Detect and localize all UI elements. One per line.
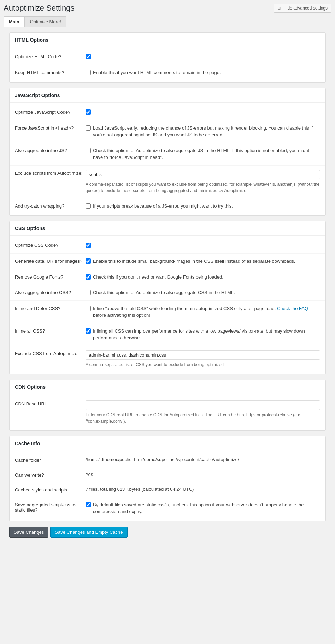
section-title-html-options: HTML Options bbox=[10, 33, 325, 47]
label-data-uris[interactable]: Enable this to include small background-… bbox=[86, 258, 320, 265]
section-title-cache-info: Cache Info bbox=[10, 436, 325, 451]
form-field-cdn-base-url: Enter your CDN root URL to enable CDN fo… bbox=[86, 400, 320, 424]
label-force-js-head[interactable]: Load JavaScript early, reducing the chan… bbox=[86, 125, 320, 138]
desc-exclude-css: A comma-separated list of CSS you want t… bbox=[86, 362, 320, 368]
label-inline-defer-css[interactable]: Inline "above the fold CSS" while loadin… bbox=[86, 305, 320, 319]
tab-optimize-more[interactable]: Optimize More! bbox=[25, 16, 66, 27]
section-cache-info: Cache InfoCache folder/home/idthemec/pub… bbox=[9, 436, 326, 521]
section-title-cdn-options: CDN Options bbox=[10, 380, 325, 394]
form-label-cdn-base-url: CDN Base URL bbox=[15, 400, 86, 406]
tab-content: HTML OptionsOptimize HTML Code?Keep HTML… bbox=[4, 27, 331, 543]
input-exclude-scripts[interactable] bbox=[86, 170, 320, 179]
form-label-inline-defer-css: Inline and Defer CSS? bbox=[15, 305, 86, 311]
label-save-as-static[interactable]: By default files saved are static css/js… bbox=[86, 501, 320, 515]
label-inline-all-css[interactable]: Inlining all CSS can improve performance… bbox=[86, 328, 320, 341]
checkbox-force-js-head[interactable] bbox=[86, 125, 91, 131]
form-label-force-js-head: Force JavaScript in <head>? bbox=[15, 125, 86, 131]
section-body-js-options: Optimize JavaScript Code?Force JavaScrip… bbox=[10, 103, 325, 216]
form-row-try-catch: Add try-catch wrapping?If your scripts b… bbox=[10, 198, 325, 214]
desc-aggregate-inline-css: Check this option for Autoptimize to als… bbox=[93, 289, 235, 296]
label-aggregate-inline-js[interactable]: Check this option for Autoptimize to als… bbox=[86, 147, 320, 161]
checkbox-optimize-css[interactable] bbox=[86, 243, 91, 248]
save-changes-button[interactable]: Save Changes bbox=[9, 527, 48, 538]
input-cdn-base-url[interactable] bbox=[86, 400, 320, 410]
form-field-aggregate-inline-css: Check this option for Autoptimize to als… bbox=[86, 289, 320, 296]
tab-main[interactable]: Main bbox=[4, 16, 25, 27]
label-keep-html-comments[interactable]: Enable this if you want HTML comments to… bbox=[86, 69, 320, 76]
form-field-optimize-css bbox=[86, 242, 320, 249]
form-row-inline-defer-css: Inline and Defer CSS?Inline "above the f… bbox=[10, 301, 325, 323]
checkbox-inline-defer-css[interactable] bbox=[86, 306, 91, 311]
form-label-remove-google-fonts: Remove Google Fonts? bbox=[15, 274, 86, 280]
form-field-cached-styles-scripts: 7 files, totalling 613 Kbytes (calculate… bbox=[86, 487, 320, 492]
page-header: Autoptimize Settings ⊞ Hide advanced set… bbox=[4, 4, 331, 13]
tabs: Main Optimize More! bbox=[4, 16, 331, 27]
form-label-exclude-scripts: Exclude scripts from Autoptimize: bbox=[15, 170, 86, 176]
static-cache-folder: /home/idthemec/public_html/demo/superfas… bbox=[86, 457, 320, 462]
checkbox-data-uris[interactable] bbox=[86, 258, 91, 264]
section-title-css-options: CSS Options bbox=[10, 221, 325, 236]
label-try-catch[interactable]: If your scripts break because of a JS-er… bbox=[86, 203, 320, 210]
section-css-options: CSS OptionsOptimize CSS Code?Generate da… bbox=[9, 221, 326, 374]
form-field-try-catch: If your scripts break because of a JS-er… bbox=[86, 203, 320, 210]
section-body-css-options: Optimize CSS Code?Generate data: URIs fo… bbox=[10, 236, 325, 374]
form-field-aggregate-inline-js: Check this option for Autoptimize to als… bbox=[86, 147, 320, 161]
checkbox-try-catch[interactable] bbox=[86, 203, 91, 209]
form-row-cached-styles-scripts: Cached styles and scripts7 files, totall… bbox=[10, 482, 325, 497]
form-row-aggregate-inline-css: Also aggregate inline CSS?Check this opt… bbox=[10, 285, 325, 301]
form-row-optimize-js: Optimize JavaScript Code? bbox=[10, 105, 325, 120]
form-row-cache-folder: Cache folder/home/idthemec/public_html/d… bbox=[10, 453, 325, 467]
section-html-options: HTML OptionsOptimize HTML Code?Keep HTML… bbox=[9, 32, 326, 83]
form-field-remove-google-fonts: Check this if you don't need or want Goo… bbox=[86, 274, 320, 281]
form-row-exclude-scripts: Exclude scripts from Autoptimize:A comma… bbox=[10, 166, 325, 198]
checkbox-aggregate-inline-css[interactable] bbox=[86, 290, 91, 295]
input-exclude-css[interactable] bbox=[86, 350, 320, 360]
desc-aggregate-inline-js: Check this option for Autoptimize to als… bbox=[93, 147, 320, 161]
form-field-exclude-css: A comma-separated list of CSS you want t… bbox=[86, 350, 320, 368]
hide-advanced-settings-label: Hide advanced settings bbox=[283, 6, 328, 11]
link-inline-defer-css[interactable]: Check the FAQ bbox=[277, 306, 308, 311]
checkbox-remove-google-fonts[interactable] bbox=[86, 274, 91, 280]
form-label-cached-styles-scripts: Cached styles and scripts bbox=[15, 487, 86, 493]
hide-advanced-settings-button[interactable]: ⊞ Hide advanced settings bbox=[274, 4, 331, 13]
form-row-exclude-css: Exclude CSS from Autoptimize:A comma-sep… bbox=[10, 346, 325, 372]
checkbox-aggregate-inline-js[interactable] bbox=[86, 148, 91, 153]
form-field-inline-defer-css: Inline "above the fold CSS" while loadin… bbox=[86, 305, 320, 319]
static-cached-styles-scripts: 7 files, totalling 613 Kbytes (calculate… bbox=[86, 487, 320, 492]
form-label-aggregate-inline-css: Also aggregate inline CSS? bbox=[15, 289, 86, 295]
form-label-optimize-js: Optimize JavaScript Code? bbox=[15, 109, 86, 115]
form-row-cdn-base-url: CDN Base URLEnter your CDN root URL to e… bbox=[10, 396, 325, 429]
desc-exclude-scripts: A comma-separated list of scripts you wa… bbox=[86, 181, 320, 194]
footer-buttons: Save Changes Save Changes and Empty Cach… bbox=[9, 527, 326, 538]
form-row-save-as-static: Save aggregated script/css as static fil… bbox=[10, 497, 325, 519]
form-label-save-as-static: Save aggregated script/css as static fil… bbox=[15, 501, 86, 513]
checkbox-keep-html-comments[interactable] bbox=[86, 70, 91, 75]
form-label-optimize-css: Optimize CSS Code? bbox=[15, 242, 86, 248]
label-aggregate-inline-css[interactable]: Check this option for Autoptimize to als… bbox=[86, 289, 320, 296]
form-label-aggregate-inline-js: Also aggregate inline JS? bbox=[15, 147, 86, 153]
form-label-try-catch: Add try-catch wrapping? bbox=[15, 203, 86, 209]
form-label-cache-folder: Cache folder bbox=[15, 457, 86, 463]
form-row-aggregate-inline-js: Also aggregate inline JS?Check this opti… bbox=[10, 143, 325, 166]
checkbox-inline-all-css[interactable] bbox=[86, 328, 91, 334]
form-field-optimize-html bbox=[86, 53, 320, 60]
checkbox-optimize-js[interactable] bbox=[86, 109, 91, 115]
form-label-inline-all-css: Inline all CSS? bbox=[15, 328, 86, 334]
section-title-js-options: JavaScript Options bbox=[10, 88, 325, 103]
desc-save-as-static: By default files saved are static css/js… bbox=[93, 501, 320, 515]
form-field-optimize-js bbox=[86, 109, 320, 116]
page-title: Autoptimize Settings bbox=[4, 4, 75, 13]
label-remove-google-fonts[interactable]: Check this if you don't need or want Goo… bbox=[86, 274, 320, 281]
save-changes-empty-cache-button[interactable]: Save Changes and Empty Cache bbox=[50, 527, 127, 538]
section-body-cdn-options: CDN Base URLEnter your CDN root URL to e… bbox=[10, 394, 325, 430]
form-field-save-as-static: By default files saved are static css/js… bbox=[86, 501, 320, 515]
desc-inline-all-css: Inlining all CSS can improve performance… bbox=[93, 328, 320, 341]
desc-data-uris: Enable this to include small background-… bbox=[93, 258, 295, 265]
checkbox-save-as-static[interactable] bbox=[86, 502, 91, 507]
form-field-exclude-scripts: A comma-separated list of scripts you wa… bbox=[86, 170, 320, 194]
form-label-data-uris: Generate data: URIs for images? bbox=[15, 258, 86, 264]
form-field-cache-folder: /home/idthemec/public_html/demo/superfas… bbox=[86, 457, 320, 462]
form-field-inline-all-css: Inlining all CSS can improve performance… bbox=[86, 328, 320, 341]
form-field-data-uris: Enable this to include small background-… bbox=[86, 258, 320, 265]
checkbox-optimize-html[interactable] bbox=[86, 54, 91, 59]
